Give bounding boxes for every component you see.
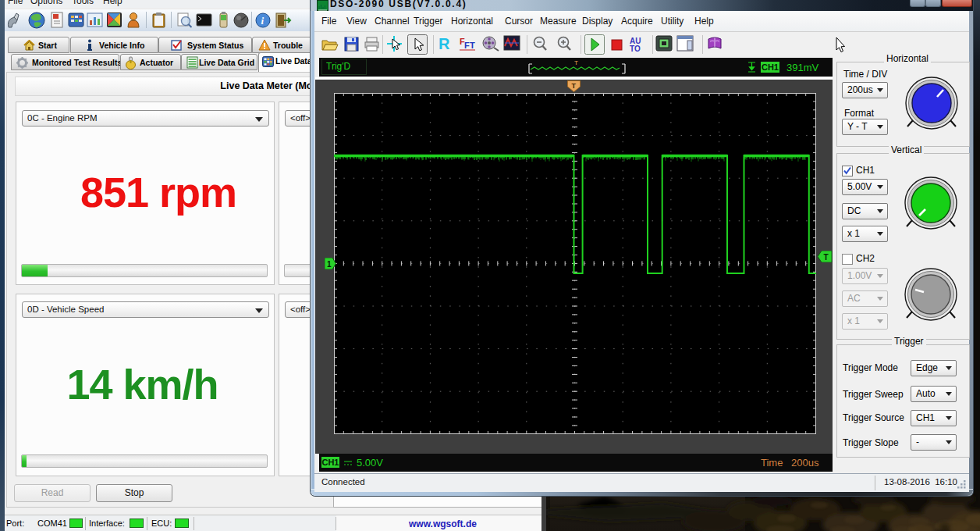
svg-text:T: T xyxy=(470,41,475,50)
svg-text:T: T xyxy=(824,253,829,262)
svg-text:T: T xyxy=(572,82,577,90)
svg-text:F: F xyxy=(464,41,470,50)
svg-text:TO: TO xyxy=(630,45,641,53)
svg-text:1: 1 xyxy=(327,260,332,269)
svg-text:T: T xyxy=(574,59,578,66)
svg-text:i: i xyxy=(261,15,265,27)
svg-text:R: R xyxy=(439,35,450,52)
